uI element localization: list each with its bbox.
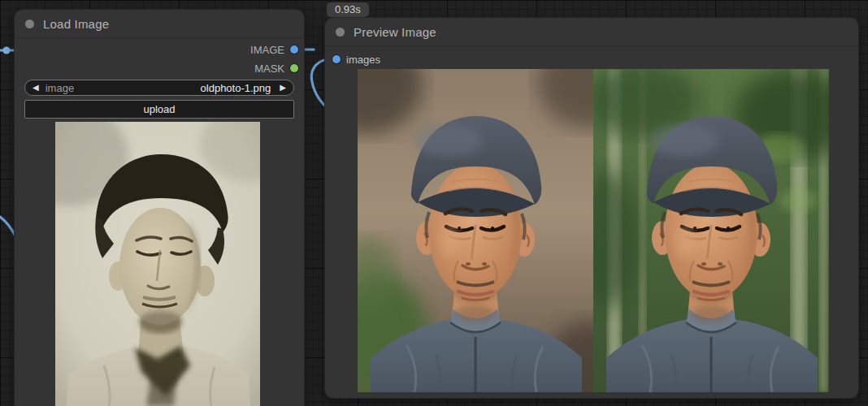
output-slot-image: IMAGE xyxy=(250,42,298,57)
input-dot-images-icon[interactable] xyxy=(332,55,341,63)
link-left-curve xyxy=(0,217,15,236)
upload-button[interactable]: upload xyxy=(24,100,294,119)
node-preview-image[interactable]: Preview Image images xyxy=(325,18,858,398)
image-combo-widget[interactable]: ◀ image oldphoto-1.png ▶ xyxy=(24,80,294,96)
output-slot-mask-label: MASK xyxy=(254,63,284,75)
loaded-image-preview xyxy=(55,122,260,406)
input-slot-images-label: images xyxy=(346,54,380,66)
combo-widget-value: oldphoto-1.png xyxy=(201,82,271,94)
output-slot-image-label: IMAGE xyxy=(250,44,284,56)
load-image-node-header: Load Image xyxy=(15,10,304,38)
combo-prev-arrow-icon[interactable]: ◀ xyxy=(33,84,39,92)
node-title: Load Image xyxy=(43,17,109,31)
graph-canvas[interactable]: { "canvas": { "background_color": "#2121… xyxy=(0,0,868,406)
link-endpoint-dot xyxy=(2,46,10,54)
preview-images-area xyxy=(358,69,829,392)
node-load-image[interactable]: Load Image IMAGE MASK ◀ image oldphoto-1… xyxy=(15,10,304,406)
output-slot-mask: MASK xyxy=(254,61,298,76)
execution-time-badge: 0.93s xyxy=(327,2,369,17)
preview-image-node-header: Preview Image xyxy=(325,18,858,46)
output-dot-image-icon[interactable] xyxy=(290,45,298,54)
old-photo-illustration xyxy=(55,122,260,406)
combo-next-arrow-icon[interactable]: ▶ xyxy=(280,84,286,92)
collapse-dot-icon[interactable] xyxy=(336,28,345,37)
input-slot-images: images xyxy=(332,52,380,67)
node-title: Preview Image xyxy=(354,25,436,39)
output-dot-mask-icon[interactable] xyxy=(290,64,298,72)
combo-widget-name: image xyxy=(46,82,74,94)
preview-photo-right xyxy=(593,69,829,392)
collapse-dot-icon[interactable] xyxy=(25,19,34,28)
preview-photo-left xyxy=(358,69,593,392)
